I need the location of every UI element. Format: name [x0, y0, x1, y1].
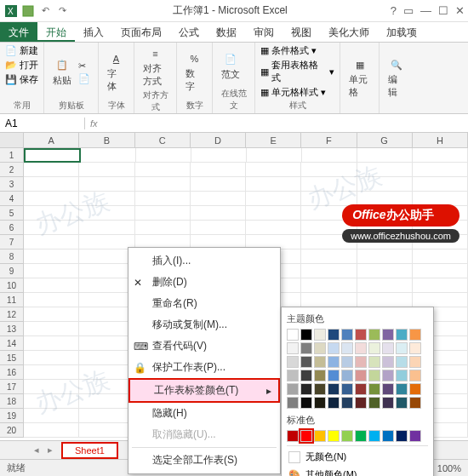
redo-icon[interactable]: ↷: [54, 3, 70, 19]
cell[interactable]: [302, 148, 357, 163]
cell[interactable]: [24, 293, 79, 307]
row-header[interactable]: 8: [0, 249, 24, 264]
edit-button[interactable]: 🔍编辑: [385, 55, 408, 100]
col-header[interactable]: H: [413, 133, 468, 147]
cell[interactable]: [357, 293, 413, 307]
cell[interactable]: [191, 163, 246, 177]
color-swatch[interactable]: [287, 370, 299, 381]
table-format[interactable]: ▦ 套用表格格式 ▾: [260, 59, 334, 84]
color-swatch[interactable]: [328, 370, 340, 381]
cell[interactable]: [79, 351, 134, 365]
ribbon-collapse-icon[interactable]: ▭: [403, 4, 414, 17]
color-swatch[interactable]: [314, 383, 326, 395]
cell[interactable]: [357, 163, 413, 177]
cell[interactable]: [357, 249, 413, 264]
cell[interactable]: [413, 264, 468, 278]
color-swatch[interactable]: [368, 397, 380, 409]
align-button[interactable]: ≡对齐方式: [140, 44, 171, 89]
font-button[interactable]: A字体: [104, 49, 128, 95]
cell[interactable]: [135, 192, 191, 206]
cell[interactable]: [79, 163, 134, 177]
cell[interactable]: [246, 206, 301, 221]
cell[interactable]: [246, 221, 301, 235]
col-header[interactable]: C: [135, 133, 191, 147]
cell[interactable]: [79, 336, 134, 351]
color-swatch[interactable]: [328, 397, 340, 409]
color-swatch[interactable]: [382, 370, 394, 381]
cell[interactable]: [24, 380, 79, 394]
row-header[interactable]: 15: [0, 351, 24, 365]
color-swatch[interactable]: [382, 356, 394, 368]
cell[interactable]: [79, 423, 134, 438]
color-swatch[interactable]: [341, 356, 353, 368]
color-swatch[interactable]: [341, 342, 353, 354]
color-swatch[interactable]: [355, 397, 367, 409]
number-button[interactable]: %数字: [182, 49, 207, 95]
ctx-hide[interactable]: 隐藏(H): [128, 403, 280, 424]
ctx-move[interactable]: 移动或复制(M)...: [128, 314, 280, 335]
color-swatch[interactable]: [368, 430, 380, 442]
color-swatch[interactable]: [287, 329, 299, 341]
cell[interactable]: [301, 163, 357, 177]
cell[interactable]: [79, 235, 134, 249]
color-swatch[interactable]: [368, 383, 380, 395]
color-swatch[interactable]: [355, 370, 367, 381]
color-swatch[interactable]: [341, 383, 353, 395]
color-swatch[interactable]: [314, 342, 326, 354]
color-swatch[interactable]: [341, 430, 353, 442]
cell[interactable]: [191, 206, 246, 221]
cell[interactable]: [191, 221, 246, 235]
cell[interactable]: [246, 177, 301, 192]
color-swatch[interactable]: [287, 383, 299, 395]
color-swatch[interactable]: [314, 329, 326, 341]
color-swatch[interactable]: [382, 383, 394, 395]
close-icon[interactable]: ✕: [455, 4, 465, 17]
save-icon[interactable]: [20, 3, 36, 19]
tab-review[interactable]: 审阅: [245, 22, 283, 42]
undo-icon[interactable]: ↶: [37, 3, 53, 19]
ctx-selectall[interactable]: 选定全部工作表(S): [128, 450, 280, 471]
color-swatch[interactable]: [314, 397, 326, 409]
cell[interactable]: [357, 278, 413, 293]
minimize-icon[interactable]: —: [420, 4, 431, 17]
tab-file[interactable]: 文件: [0, 22, 37, 42]
col-header[interactable]: G: [357, 133, 413, 147]
ctx-viewcode[interactable]: ⌨查看代码(V): [128, 335, 280, 357]
color-swatch[interactable]: [328, 342, 340, 354]
tab-layout[interactable]: 页面布局: [112, 22, 170, 42]
cell[interactable]: [79, 206, 134, 221]
cell[interactable]: [24, 336, 79, 351]
color-swatch[interactable]: [409, 329, 421, 341]
cell[interactable]: [191, 192, 246, 206]
color-swatch[interactable]: [396, 383, 408, 395]
cell[interactable]: [24, 221, 79, 235]
row-header[interactable]: 2: [0, 163, 24, 177]
color-swatch[interactable]: [300, 430, 312, 442]
row-header[interactable]: 19: [0, 409, 24, 423]
cell[interactable]: [413, 278, 468, 293]
tab-view[interactable]: 视图: [283, 22, 320, 42]
color-swatch[interactable]: [314, 356, 326, 368]
cell[interactable]: [79, 249, 134, 264]
color-swatch[interactable]: [382, 329, 394, 341]
color-swatch[interactable]: [328, 430, 340, 442]
color-swatch[interactable]: [396, 430, 408, 442]
color-swatch[interactable]: [287, 356, 299, 368]
cell[interactable]: [24, 163, 79, 177]
cell[interactable]: [81, 148, 136, 163]
ctx-tabcolor[interactable]: 工作表标签颜色(T)▸: [128, 378, 280, 403]
color-swatch[interactable]: [300, 397, 312, 409]
row-header[interactable]: 5: [0, 206, 24, 221]
color-swatch[interactable]: [287, 430, 299, 442]
cell[interactable]: [357, 264, 413, 278]
row-header[interactable]: 7: [0, 235, 24, 249]
cell[interactable]: [79, 380, 134, 394]
color-swatch[interactable]: [287, 342, 299, 354]
cell[interactable]: [191, 177, 246, 192]
cell[interactable]: [247, 148, 302, 163]
cell[interactable]: [79, 394, 134, 409]
color-swatch[interactable]: [368, 342, 380, 354]
cell[interactable]: [24, 351, 79, 365]
cell[interactable]: [413, 293, 468, 307]
color-swatch[interactable]: [300, 329, 312, 341]
